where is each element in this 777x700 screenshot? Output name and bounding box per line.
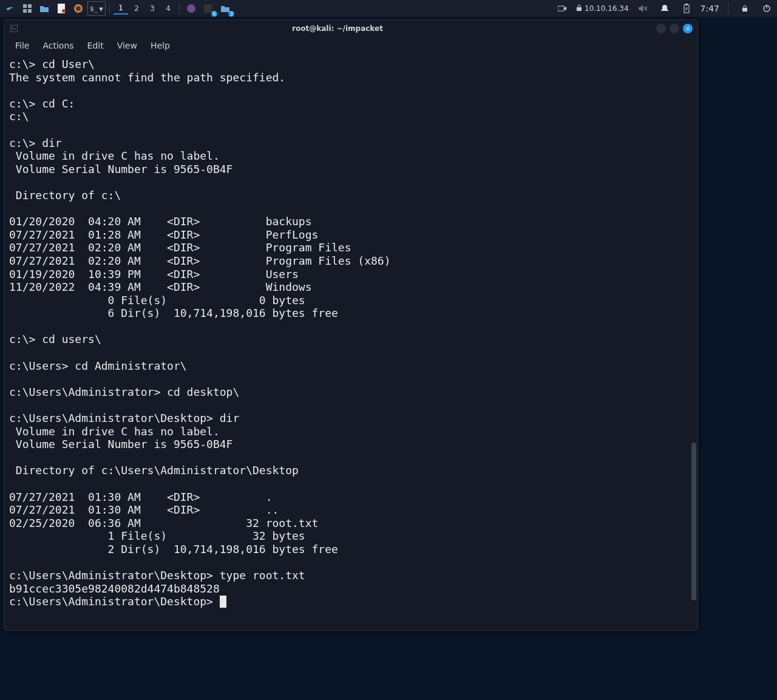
terminal-output: c:\> cd User\ The system cannot find the… bbox=[9, 58, 693, 608]
notifications-icon[interactable] bbox=[657, 1, 673, 16]
recording-icon[interactable] bbox=[554, 1, 570, 16]
window-title: root@kali: ~/impacket bbox=[19, 24, 656, 33]
svg-rect-2 bbox=[23, 9, 27, 13]
terminal-viewport[interactable]: c:\> cd User\ The system cannot find the… bbox=[4, 54, 697, 630]
workspace-3[interactable]: 3 bbox=[145, 2, 160, 15]
panel-separator bbox=[109, 3, 110, 14]
panel-separator bbox=[728, 3, 728, 14]
svg-rect-16 bbox=[742, 8, 747, 12]
menu-view[interactable]: View bbox=[111, 38, 143, 53]
svg-rect-1 bbox=[28, 4, 32, 8]
files-icon[interactable] bbox=[36, 1, 52, 16]
terminal-scrollbar[interactable] bbox=[691, 443, 696, 600]
maximize-button[interactable] bbox=[670, 24, 679, 33]
workspace-4[interactable]: 4 bbox=[161, 2, 175, 15]
menu-help[interactable]: Help bbox=[144, 38, 176, 53]
workspace-2[interactable]: 2 bbox=[129, 2, 144, 15]
ip-address-text: 10.10.16.34 bbox=[585, 4, 629, 13]
svg-rect-9 bbox=[204, 4, 212, 13]
svg-rect-11 bbox=[577, 7, 582, 11]
clock-text[interactable]: 7:47 bbox=[701, 4, 719, 13]
terminal-cursor bbox=[220, 596, 226, 608]
window-app-icon bbox=[9, 25, 19, 32]
battery-icon[interactable] bbox=[679, 1, 694, 16]
firefox-icon[interactable] bbox=[70, 1, 86, 16]
svg-point-7 bbox=[76, 6, 81, 11]
menu-actions[interactable]: Actions bbox=[36, 38, 80, 53]
minimize-button[interactable] bbox=[656, 24, 666, 33]
top-panel: $_▾ 1 2 3 4 6 3 10.10.16.34 bbox=[0, 0, 777, 17]
screen-lock-icon[interactable] bbox=[737, 1, 753, 16]
text-editor-icon[interactable] bbox=[53, 1, 69, 16]
firefox-running-icon[interactable] bbox=[183, 1, 199, 16]
svg-point-8 bbox=[187, 4, 195, 13]
panel-separator bbox=[179, 3, 180, 14]
terminal-quick-icon[interactable]: $_▾ bbox=[87, 1, 106, 16]
menubar: File Actions Edit View Help bbox=[4, 37, 697, 54]
svg-rect-10 bbox=[558, 6, 564, 11]
volume-muted-icon[interactable] bbox=[635, 1, 651, 16]
badge-count: 6 bbox=[211, 11, 217, 17]
window-titlebar[interactable]: root@kali: ~/impacket bbox=[4, 20, 697, 37]
burp-running-icon[interactable]: 6 bbox=[200, 1, 216, 16]
dashboard-icon[interactable] bbox=[19, 1, 35, 16]
badge-count: 3 bbox=[228, 11, 234, 17]
close-button[interactable] bbox=[683, 24, 693, 33]
svg-rect-15 bbox=[685, 4, 688, 5]
svg-point-5 bbox=[62, 9, 66, 13]
menu-file[interactable]: File bbox=[9, 38, 35, 53]
workspace-1[interactable]: 1 bbox=[114, 2, 128, 15]
svg-rect-0 bbox=[23, 4, 27, 8]
files-running-icon[interactable]: 3 bbox=[217, 1, 233, 16]
svg-rect-19 bbox=[10, 25, 18, 32]
lock-icon bbox=[576, 4, 582, 13]
kali-menu-icon[interactable] bbox=[2, 1, 18, 16]
vpn-ip-widget[interactable]: 10.10.16.34 bbox=[576, 4, 629, 13]
menu-edit[interactable]: Edit bbox=[81, 38, 110, 53]
terminal-window: root@kali: ~/impacket File Actions Edit … bbox=[4, 19, 698, 631]
power-icon[interactable] bbox=[759, 1, 775, 16]
svg-rect-3 bbox=[28, 9, 32, 13]
